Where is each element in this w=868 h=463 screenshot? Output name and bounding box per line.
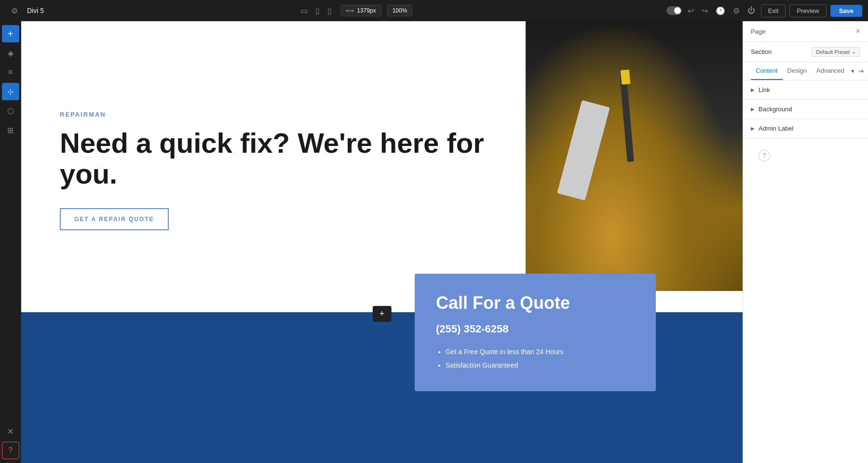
quote-list: Get a Free Quote in less than 24 Hours S… (436, 345, 635, 372)
background-label: Background (759, 106, 792, 113)
plus-icon: + (380, 309, 385, 318)
zoom-value: 100% (393, 7, 407, 14)
mobile-button[interactable]: ▯ (325, 4, 335, 17)
tab-content[interactable]: Content (751, 62, 783, 80)
quote-list-item-2: Satisfaction Guaranteed (446, 358, 635, 372)
accordion-background-header[interactable]: ▶ Background (743, 100, 868, 119)
tab-advanced[interactable]: Advanced (812, 62, 849, 80)
preview-button[interactable]: Preview (789, 4, 826, 17)
hero-section: REPAIRMAN Need a quick fix? We're here f… (21, 21, 743, 291)
hero-image-column (526, 21, 743, 291)
zoom-display: 100% (387, 5, 413, 16)
exit-button[interactable]: Exit (761, 4, 786, 17)
quote-card: Call For a Quote (255) 352-6258 Get a Fr… (415, 274, 656, 391)
chevron-right-icon-admin: ▶ (751, 126, 755, 131)
accordion-background: ▶ Background (743, 100, 868, 119)
app-title: Divi 5 (27, 7, 44, 14)
accordion-admin-label: ▶ Admin Label (743, 119, 868, 138)
right-panel: Page × Section Default Preset ⌄ Content … (743, 21, 868, 463)
tablet-button[interactable]: ▯ (312, 4, 323, 17)
list-button[interactable]: ≡ (2, 64, 19, 81)
tab-expand-button[interactable]: ⇥ (856, 62, 866, 80)
panel-close-button[interactable]: × (856, 27, 860, 36)
redo-button[interactable]: ↪ (700, 4, 710, 17)
screwdriver-handle (621, 69, 631, 84)
device-buttons: ▭ ▯ ▯ (298, 4, 335, 17)
hero-heading: Need a quick fix? We're here for you. (60, 128, 497, 189)
undo-button[interactable]: ↩ (686, 4, 696, 17)
tab-more-button[interactable]: ▾ (849, 62, 856, 80)
gear-button[interactable]: ⚙ (6, 2, 23, 19)
chevron-right-icon: ▶ (751, 87, 755, 93)
width-display: ⟺ 1379px (340, 5, 381, 16)
tool-bag-graphic (526, 21, 743, 291)
repair-quote-button[interactable]: GET A REPAIR QUOTE (60, 208, 169, 230)
tools-button[interactable]: ✕ (2, 423, 19, 440)
tab-design[interactable]: Design (783, 62, 812, 80)
select-button[interactable]: ⊹ (2, 83, 19, 100)
quote-title: Call For a Quote (436, 293, 635, 313)
blue-section: Call For a Quote (255) 352-6258 Get a Fr… (21, 312, 743, 463)
portability-button[interactable]: ⬡ (2, 102, 19, 119)
topbar-left: ⚙ Divi 5 (6, 2, 44, 19)
preset-label: Default Preset (816, 49, 850, 55)
repairman-label: REPAIRMAN (60, 111, 497, 118)
add-module-button[interactable]: + (373, 306, 392, 322)
accordion-link-header[interactable]: ▶ Link (743, 80, 868, 99)
help-section: ? (743, 138, 868, 173)
topbar-center: ▭ ▯ ▯ ⟺ 1379px 100% (50, 4, 661, 17)
grid-button[interactable]: ⊞ (2, 121, 19, 139)
accordion-admin-header[interactable]: ▶ Admin Label (743, 119, 868, 138)
settings-button[interactable]: ⚙ (731, 4, 742, 17)
history-button[interactable]: 🕐 (714, 4, 727, 17)
admin-label-text: Admin Label (759, 125, 793, 132)
canvas-area[interactable]: REPAIRMAN Need a quick fix? We're here f… (21, 21, 743, 463)
panel-title: Page (751, 28, 765, 35)
hero-image (526, 21, 743, 291)
topbar-right: ↩ ↪ 🕐 ⚙ ⏻ Exit Preview Save (666, 4, 862, 17)
panel-tabs: Content Design Advanced ▾ ⇥ (743, 62, 868, 80)
panel-help-button[interactable]: ? (759, 150, 770, 161)
theme-toggle[interactable] (666, 6, 682, 15)
save-button[interactable]: Save (830, 5, 862, 17)
width-value: 1379px (357, 7, 376, 14)
accordion-link: ▶ Link (743, 80, 868, 100)
power-button[interactable]: ⏻ (746, 4, 757, 17)
section-row: Section Default Preset ⌄ (743, 42, 868, 62)
topbar: ⚙ Divi 5 ▭ ▯ ▯ ⟺ 1379px 100% ↩ ↪ 🕐 ⚙ ⏻ E… (0, 0, 868, 21)
chevron-right-icon-bg: ▶ (751, 106, 755, 112)
panel-header: Page × (743, 21, 868, 42)
desktop-button[interactable]: ▭ (298, 4, 311, 17)
main-layout: + ◈ ≡ ⊹ ⬡ ⊞ ✕ ? REPAIRMAN Need a quick f… (0, 21, 868, 463)
link-label: Link (759, 86, 770, 93)
hero-left-column: REPAIRMAN Need a quick fix? We're here f… (21, 21, 526, 291)
quote-list-item-1: Get a Free Quote in less than 24 Hours (446, 345, 635, 358)
layers-button[interactable]: ◈ (2, 44, 19, 62)
preset-dropdown[interactable]: Default Preset ⌄ (812, 47, 860, 57)
section-label: Section (751, 48, 772, 55)
help-button[interactable]: ? (2, 442, 19, 459)
toggle-thumb (674, 7, 681, 14)
width-icon: ⟺ (346, 7, 354, 14)
add-button[interactable]: + (2, 25, 19, 42)
quote-phone: (255) 352-6258 (436, 323, 635, 335)
left-sidebar: + ◈ ≡ ⊹ ⬡ ⊞ ✕ ? (0, 21, 21, 463)
dropdown-arrow: ⌄ (852, 49, 856, 55)
page-content: REPAIRMAN Need a quick fix? We're here f… (21, 21, 743, 463)
